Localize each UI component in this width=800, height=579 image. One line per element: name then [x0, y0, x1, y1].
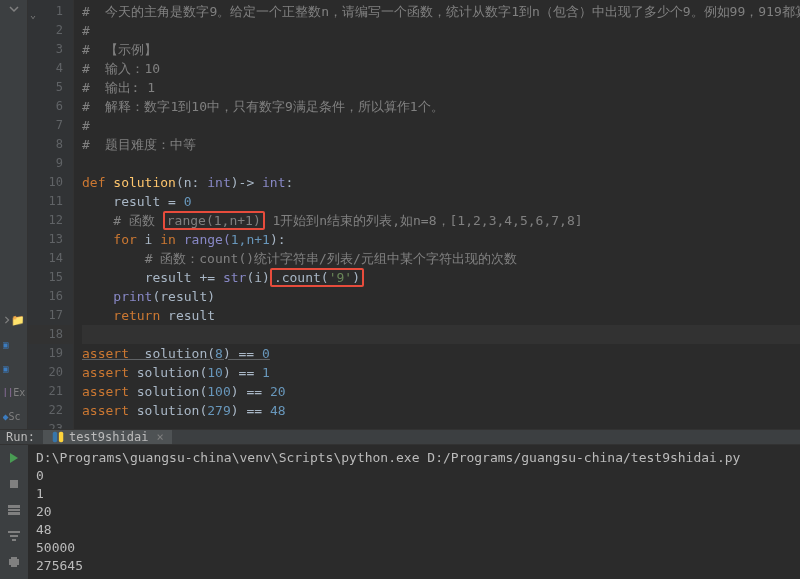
- svg-rect-1: [59, 432, 63, 443]
- svg-rect-3: [8, 505, 20, 508]
- line-number[interactable]: 10: [28, 173, 73, 192]
- filter-icon: [8, 531, 20, 541]
- sidebar-sc[interactable]: ◆Sc: [3, 407, 25, 425]
- run-tab-name: test9shidai: [69, 430, 148, 444]
- svg-rect-8: [12, 539, 16, 541]
- line-number[interactable]: 12: [28, 211, 73, 230]
- line-number[interactable]: 17: [28, 306, 73, 325]
- line-number[interactable]: 8: [28, 135, 73, 154]
- editor-area: 📁 ▣ ▣ ||Ex ◆Sc ⌄1 2 3 4 5 6 7 8 9 10 11 …: [0, 0, 800, 429]
- line-number[interactable]: 3: [28, 40, 73, 59]
- svg-rect-10: [11, 557, 17, 559]
- layout-icon: [8, 505, 20, 515]
- svg-rect-2: [10, 480, 18, 488]
- svg-rect-9: [9, 559, 19, 565]
- svg-rect-5: [8, 512, 20, 515]
- line-number[interactable]: 11: [28, 192, 73, 211]
- run-toolbar: [0, 445, 28, 579]
- line-number[interactable]: 22: [28, 401, 73, 420]
- run-panel: Run: test9shidai × D: [0, 429, 800, 579]
- line-number[interactable]: 7: [28, 116, 73, 135]
- run-label: Run:: [6, 430, 35, 444]
- stop-button[interactable]: [5, 475, 23, 493]
- svg-rect-11: [11, 565, 17, 567]
- filter-button[interactable]: [5, 527, 23, 545]
- line-gutter: ⌄1 2 3 4 5 6 7 8 9 10 11 12 13 14 15 16 …: [28, 0, 74, 429]
- run-tab[interactable]: test9shidai ×: [43, 430, 172, 444]
- line-number[interactable]: 9: [28, 154, 73, 173]
- stop-icon: [9, 479, 19, 489]
- svg-rect-0: [53, 432, 57, 443]
- highlight-box-count: .count('9'): [270, 268, 364, 287]
- run-header: Run: test9shidai ×: [0, 430, 800, 445]
- line-number[interactable]: 15: [28, 268, 73, 287]
- svg-rect-4: [8, 509, 20, 511]
- line-number[interactable]: 23: [28, 420, 73, 429]
- line-number[interactable]: 5: [28, 78, 73, 97]
- print-icon: [8, 556, 20, 568]
- chevron-down-icon: [9, 4, 19, 14]
- line-number[interactable]: 2: [28, 21, 73, 40]
- sidebar-ex[interactable]: ||Ex: [3, 383, 25, 401]
- python-file-icon: ▣: [3, 363, 9, 374]
- sidebar-py-file-2[interactable]: ▣: [3, 359, 25, 377]
- play-icon: [8, 452, 20, 464]
- python-icon: [51, 430, 65, 444]
- sidebar-expand[interactable]: 📁: [3, 311, 25, 329]
- line-number[interactable]: 6: [28, 97, 73, 116]
- line-number[interactable]: 21: [28, 382, 73, 401]
- line-number[interactable]: 13: [28, 230, 73, 249]
- left-sidebar: 📁 ▣ ▣ ||Ex ◆Sc: [0, 0, 28, 429]
- run-output[interactable]: D:\Programs\guangsu-china\venv\Scripts\p…: [28, 445, 800, 579]
- svg-rect-7: [10, 535, 18, 537]
- line-number[interactable]: ⌄1: [28, 2, 73, 21]
- line-number[interactable]: 20: [28, 363, 73, 382]
- line-number[interactable]: 14: [28, 249, 73, 268]
- rerun-button[interactable]: [5, 449, 23, 467]
- sidebar-collapse[interactable]: [0, 0, 27, 18]
- print-button[interactable]: [5, 553, 23, 571]
- line-number[interactable]: 16: [28, 287, 73, 306]
- line-number[interactable]: 18: [28, 325, 73, 344]
- chevron-right-icon: [3, 315, 11, 325]
- layout-button[interactable]: [5, 501, 23, 519]
- line-number[interactable]: 4: [28, 59, 73, 78]
- sidebar-py-file[interactable]: ▣: [3, 335, 25, 353]
- code-editor[interactable]: # 今天的主角是数字9。给定一个正整数n，请编写一个函数，统计从数字1到n（包含…: [74, 0, 800, 429]
- line-number[interactable]: 19: [28, 344, 73, 363]
- close-icon[interactable]: ×: [156, 430, 163, 444]
- svg-rect-6: [8, 531, 20, 533]
- highlight-box-range: range(1,n+1): [163, 211, 265, 230]
- folder-icon: 📁: [11, 314, 25, 327]
- python-file-icon: ▣: [3, 339, 9, 350]
